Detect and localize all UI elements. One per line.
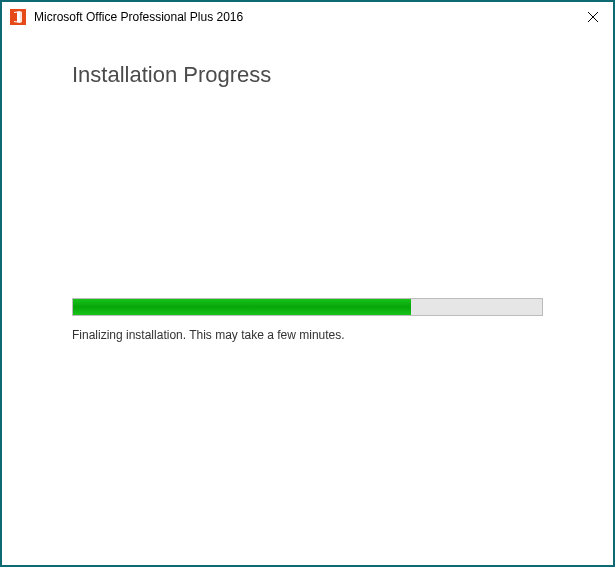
progress-bar <box>72 298 543 316</box>
close-icon <box>588 8 598 26</box>
close-button[interactable] <box>573 2 613 32</box>
titlebar: Microsoft Office Professional Plus 2016 <box>2 2 613 32</box>
progress-container: Finalizing installation. This may take a… <box>72 298 543 342</box>
installer-window: Microsoft Office Professional Plus 2016 … <box>0 0 615 567</box>
page-title: Installation Progress <box>72 62 543 88</box>
progress-fill <box>73 299 411 315</box>
office-icon <box>10 9 26 25</box>
content-area: Installation Progress Finalizing install… <box>2 32 613 565</box>
status-text: Finalizing installation. This may take a… <box>72 328 543 342</box>
window-title: Microsoft Office Professional Plus 2016 <box>34 10 573 24</box>
